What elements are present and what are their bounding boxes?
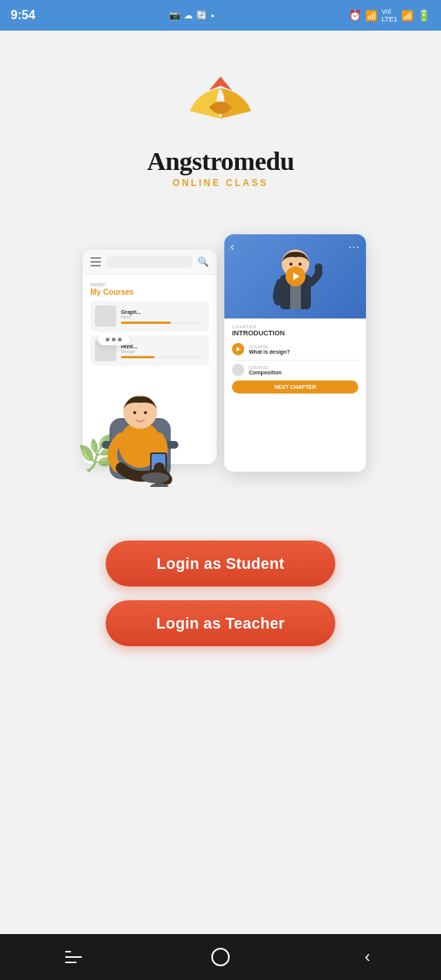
play-icon-small — [237, 347, 240, 351]
svg-point-16 — [299, 263, 302, 266]
chat-dot-1 — [106, 338, 109, 341]
divider-1 — [232, 360, 358, 361]
menu-icon — [65, 951, 82, 963]
nav-home[interactable] — [198, 942, 243, 972]
more-options-icon: ··· — [348, 240, 360, 253]
nav-back[interactable]: ‹ — [345, 942, 390, 972]
dot-icon: ● — [211, 12, 214, 19]
my-courses-text: My Courses — [90, 288, 209, 296]
lesson-item-1: COURSE What is design? — [232, 343, 358, 355]
svg-point-15 — [289, 263, 292, 266]
status-right-icons: ⏰ 📶 VolLTE1 📶 🔋 — [348, 8, 430, 23]
chat-dot-2 — [112, 338, 116, 341]
app-name: Angstromedu — [147, 147, 294, 176]
play-icon — [293, 273, 299, 280]
login-teacher-button[interactable]: Login as Teacher — [106, 600, 335, 646]
vol-lte-text: VolLTE1 — [381, 8, 397, 23]
svg-point-7 — [144, 411, 147, 414]
status-bar: 9:54 📷 ☁ 🔄 ● ⏰ 📶 VolLTE1 📶 🔋 — [0, 0, 441, 31]
bottom-navigation: ‹ — [0, 934, 441, 980]
lesson-icon-inactive — [232, 364, 244, 376]
student-figure — [90, 357, 190, 487]
course-title-1: Graph... — [121, 309, 204, 315]
lesson-item-2: COURSE Composition — [232, 364, 358, 376]
hello-text: Hello! — [90, 281, 209, 288]
course-subtitle-2: Design — [121, 349, 204, 354]
alarm-icon: ⏰ — [348, 9, 361, 21]
play-button[interactable] — [286, 266, 305, 286]
status-center-icons: 📷 ☁ 🔄 ● — [169, 10, 214, 21]
main-content: Angstromedu ONLINE CLASS 🔍 Hello! My Cou… — [0, 31, 441, 934]
status-time: 9:54 — [11, 8, 35, 22]
signal-icon: 📶 — [401, 10, 413, 21]
app-logo — [175, 69, 266, 138]
chat-dot-3 — [118, 338, 122, 341]
svg-point-6 — [133, 411, 136, 414]
course-subtitle-1: Html... — [121, 315, 204, 319]
illustration-container: 🔍 Hello! My Courses Graph... Html... H — [75, 227, 366, 502]
app-tagline: ONLINE CLASS — [172, 178, 268, 188]
course-card-1: Graph... Html... — [90, 301, 209, 332]
search-bar-mini — [106, 256, 193, 268]
svg-marker-0 — [209, 77, 232, 90]
course-title-2: Html... — [121, 344, 204, 349]
sync-icon: 🔄 — [196, 10, 207, 21]
lesson-title-1: What is design? — [249, 349, 358, 354]
chat-bubble — [98, 334, 129, 345]
phone-front-content: CHAPTER INTRODUCTION COURSE What is desi… — [224, 318, 366, 400]
home-circle-icon — [211, 948, 230, 966]
nav-menu[interactable] — [51, 942, 96, 972]
video-area: ‹ ··· — [224, 234, 366, 318]
buttons-container: Login as Student Login as Teacher — [15, 541, 426, 646]
course-thumb-1 — [95, 305, 116, 327]
svg-point-10 — [142, 472, 169, 483]
battery-icon: 🔋 — [417, 9, 430, 21]
wifi-icon: 📶 — [365, 10, 377, 21]
phone-front-mockup: ‹ ··· — [224, 234, 366, 472]
back-arrow-icon: ‹ — [230, 240, 234, 253]
search-icon-mini: 🔍 — [198, 256, 209, 267]
login-student-button[interactable]: Login as Student — [106, 541, 335, 586]
camera-icon: 📷 — [169, 10, 181, 21]
logo-container: Angstromedu ONLINE CLASS — [147, 69, 294, 188]
hamburger-icon — [90, 257, 101, 266]
lesson-title-2: Composition — [249, 370, 358, 375]
next-chapter-button[interactable]: NEXT CHAPTER — [232, 381, 358, 394]
chapter-title: INTRODUCTION — [232, 329, 358, 337]
lesson-icon-active — [232, 343, 244, 355]
cloud-icon: ☁ — [184, 10, 193, 21]
back-chevron-icon: ‹ — [364, 947, 370, 967]
